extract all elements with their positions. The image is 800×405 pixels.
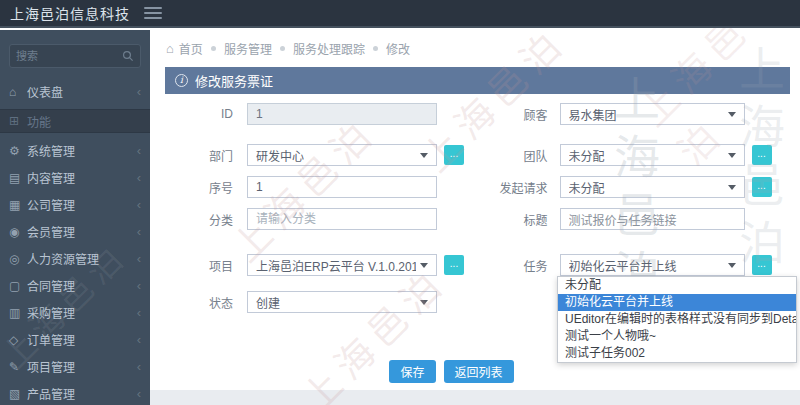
customer-label: 顾客 <box>478 106 548 123</box>
breadcrumb: ⌂ 首页 服务管理 服务处理跟踪 修改 <box>150 30 800 65</box>
status-select[interactable]: 创建 <box>247 291 437 313</box>
sidebar-menu: ⌂ 仪表盘 ‹ ⊞ 功能 ⚙ 系统管理 ‹ ▤ 内容管理 ‹ ▦ 公司管理 ‹ … <box>0 78 150 405</box>
building-icon: ▦ <box>9 198 27 212</box>
task-option[interactable]: UEditor在编辑时的表格样式没有同步到Details.Project <box>558 311 796 328</box>
panel-header: i 修改服务票证 <box>165 67 790 94</box>
task-select[interactable]: 初始化云平台并上线 <box>560 254 745 276</box>
document-icon: ▢ <box>9 279 27 293</box>
customer-select[interactable]: 易水集团 <box>560 103 745 125</box>
department-label: 部门 <box>165 147 233 164</box>
sidebar-item-order[interactable]: ◇ 订单管理 ‹ <box>0 326 150 353</box>
request-label: 发起请求 <box>478 179 548 196</box>
breadcrumb-home[interactable]: 首页 <box>179 40 203 57</box>
chevron-down-icon <box>420 300 428 305</box>
chevron-down-icon <box>728 263 736 268</box>
chevron-icon: ‹ <box>137 224 141 239</box>
top-bar: 上海邑泊信息科技 <box>0 0 800 28</box>
chevron-down-icon <box>420 263 428 268</box>
search-icon <box>122 50 134 62</box>
form-body: ID 顾客 易水集团 部门 研发中心 <box>165 94 790 395</box>
chevron-down-icon <box>728 112 736 117</box>
chevron-icon: ‹ <box>137 359 141 374</box>
sidebar-section-features: ⊞ 功能 <box>0 109 150 133</box>
chevron-icon: ‹ <box>137 251 141 266</box>
task-dropdown-list: 未分配 初始化云平台并上线 UEditor在编辑时的表格样式没有同步到Detai… <box>557 276 797 363</box>
sidebar-item-procurement[interactable]: ▥ 采购管理 ‹ <box>0 299 150 326</box>
chevron-icon: ‹ <box>137 332 141 347</box>
save-button[interactable]: 保存 <box>389 360 435 383</box>
project-more-button[interactable]: ... <box>444 255 464 275</box>
seq-label: 序号 <box>165 179 233 196</box>
sidebar-item-company[interactable]: ▦ 公司管理 ‹ <box>0 191 150 218</box>
sidebar-item-product[interactable]: ▧ 产品管理 ‹ <box>0 380 150 405</box>
team-select[interactable]: 未分配 <box>560 144 745 166</box>
title-label: 标题 <box>478 211 548 228</box>
sidebar-item-member[interactable]: ◉ 会员管理 ‹ <box>0 218 150 245</box>
task-more-button[interactable]: ... <box>752 255 772 275</box>
cart-icon: ◇ <box>9 333 27 347</box>
team-more-button[interactable]: ... <box>752 145 772 165</box>
id-label: ID <box>165 107 233 121</box>
breadcrumb-service-tracking[interactable]: 服务处理跟踪 <box>293 40 365 57</box>
category-field[interactable] <box>247 208 437 230</box>
info-icon: i <box>175 74 188 87</box>
id-field[interactable] <box>247 103 437 125</box>
seq-field[interactable] <box>247 176 437 198</box>
request-more-button[interactable]: ... <box>752 177 772 197</box>
box-icon: ▧ <box>9 387 27 401</box>
department-select[interactable]: 研发中心 <box>247 144 437 166</box>
chevron-icon: ‹ <box>137 143 141 158</box>
user-icon: ◉ <box>9 225 27 239</box>
chevron-icon: ‹ <box>137 84 141 99</box>
main-content: ⌂ 首页 服务管理 服务处理跟踪 修改 i 修改服务票证 ID 顾客 易水集团 <box>150 30 800 405</box>
team-label: 团队 <box>478 147 548 164</box>
sidebar-item-contract[interactable]: ▢ 合同管理 ‹ <box>0 272 150 299</box>
sidebar-item-dashboard[interactable]: ⌂ 仪表盘 ‹ <box>0 78 150 105</box>
chevron-down-icon <box>728 185 736 190</box>
project-select[interactable]: 上海邑泊ERP云平台 V.1.0.20190316. <box>247 254 437 276</box>
breadcrumb-separator <box>373 46 378 51</box>
task-option[interactable]: 测试一个人物哦~ <box>558 328 796 345</box>
sidebar-search <box>9 44 141 68</box>
project-label: 项目 <box>165 257 233 274</box>
pencil-icon: ✎ <box>9 360 27 374</box>
breadcrumb-edit[interactable]: 修改 <box>386 40 410 57</box>
search-input[interactable] <box>16 50 122 62</box>
breadcrumb-separator <box>211 46 216 51</box>
chevron-icon: ‹ <box>137 197 141 212</box>
back-to-list-button[interactable]: 返回列表 <box>444 360 514 383</box>
chevron-icon: ‹ <box>137 278 141 293</box>
sidebar: ⌂ 仪表盘 ‹ ⊞ 功能 ⚙ 系统管理 ‹ ▤ 内容管理 ‹ ▦ 公司管理 ‹ … <box>0 30 150 405</box>
home-icon: ⌂ <box>166 41 174 56</box>
page-title: 修改服务票证 <box>195 71 273 90</box>
category-label: 分类 <box>165 211 233 228</box>
department-more-button[interactable]: ... <box>444 145 464 165</box>
sidebar-item-project[interactable]: ✎ 项目管理 ‹ <box>0 353 150 380</box>
grid-icon: ⊞ <box>9 114 27 128</box>
task-option[interactable]: 未分配 <box>558 277 796 294</box>
chevron-icon: ‹ <box>137 170 141 185</box>
task-option[interactable]: 初始化云平台并上线 <box>558 294 796 311</box>
app-logo: 上海邑泊信息科技 <box>0 3 130 23</box>
hamburger-menu-icon[interactable] <box>144 4 162 22</box>
chevron-icon: ‹ <box>137 386 141 401</box>
chevron-down-icon <box>728 153 736 158</box>
task-option[interactable]: 测试子任务002 <box>558 345 796 362</box>
status-label: 状态 <box>165 294 233 311</box>
sidebar-item-hr[interactable]: ◎ 人力资源管理 ‹ <box>0 245 150 272</box>
basket-icon: ▥ <box>9 306 27 320</box>
request-select[interactable]: 未分配 <box>560 176 745 198</box>
edit-ticket-panel: i 修改服务票证 ID 顾客 易水集团 部门 <box>165 67 790 395</box>
chevron-icon: ‹ <box>137 305 141 320</box>
breadcrumb-separator <box>280 46 285 51</box>
form-actions: 保存 返回列表 <box>139 360 764 383</box>
footer-strip <box>150 390 800 405</box>
chevron-down-icon <box>420 153 428 158</box>
sidebar-item-content[interactable]: ▤ 内容管理 ‹ <box>0 164 150 191</box>
sidebar-item-system[interactable]: ⚙ 系统管理 ‹ <box>0 137 150 164</box>
home-icon: ⌂ <box>9 85 27 99</box>
title-field[interactable] <box>560 208 745 230</box>
list-icon: ▤ <box>9 171 27 185</box>
task-label: 任务 <box>478 257 548 274</box>
breadcrumb-service-mgmt[interactable]: 服务管理 <box>224 40 272 57</box>
